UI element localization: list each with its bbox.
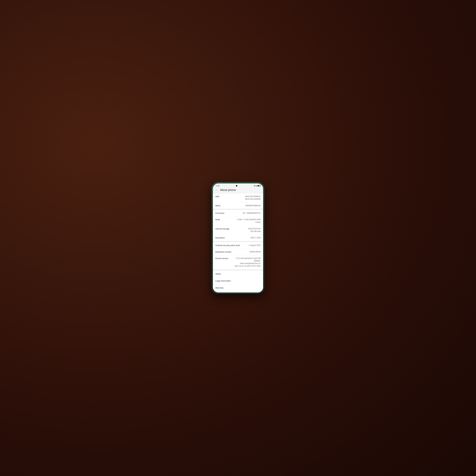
status-bar: 1:19 ✱ ▮ — [213, 184, 263, 187]
top-bar: ← About phone — [213, 187, 263, 193]
hardware-section: Processor 第一代骁龙6移动平台 RAM 8 GB + 5 GB (HO… — [213, 210, 263, 241]
nav-section: Status › Legal information › Warranty › — [213, 271, 263, 291]
kernel-value: 5.10.136-android12-9-g51708 db6f661 buil… — [235, 257, 261, 267]
baseband-row: Baseband version 00049,00049 — [213, 249, 263, 255]
content-area: IMEI 863374074508032 863374074444055 MEI… — [213, 193, 263, 292]
meid-value: A00000FA4BE544 — [245, 204, 261, 207]
back-button[interactable]: ← — [215, 188, 218, 192]
resolution-row: Resolution 2652 x 1200 — [213, 235, 263, 241]
battery-icon — [257, 185, 260, 187]
storage-row: Internal storage 228.09 GB free 256 GB t… — [213, 226, 263, 235]
phone-frame: 1:19 ✱ ▮ ← About phone IMEI 863374074508… — [212, 182, 264, 294]
security-patch-value: 1 August 2023 — [249, 244, 261, 247]
baseband-value: 00049,00049 — [250, 251, 261, 253]
status-chevron-icon: › — [260, 273, 261, 275]
processor-row: Processor 第一代骁龙6移动平台 — [213, 210, 263, 217]
meid-label: MEID — [215, 204, 221, 207]
processor-label: Processor — [215, 212, 224, 214]
imei-value: 863374074508032 863374074444055 — [245, 195, 261, 201]
resolution-label: Resolution — [215, 237, 225, 239]
imei-row: IMEI 863374074508032 863374074444055 — [213, 193, 263, 203]
ram-row: RAM 8 GB + 5 GB (HONOR RAM Turbo) — [213, 217, 263, 226]
software-section: Android security patch level 1 August 20… — [213, 242, 263, 269]
storage-value: 228.09 GB free 256 GB total — [248, 227, 261, 233]
bluetooth-icon: ✱ — [254, 185, 255, 187]
ram-label: RAM — [215, 218, 220, 221]
warranty-nav-label: Warranty — [215, 287, 223, 289]
kernel-row: Kernel version 5.10.136-android12-9-g517… — [213, 255, 263, 269]
storage-label: Internal storage — [215, 227, 229, 230]
status-icons: ✱ ▮ — [254, 185, 260, 187]
imei-label: IMEI — [215, 195, 220, 198]
security-patch-label: Android security patch level — [215, 244, 240, 247]
status-nav-label: Status — [215, 273, 221, 275]
camera-cutout — [236, 185, 237, 187]
signal-icon: ▮ — [256, 185, 256, 187]
identifiers-section: IMEI 863374074508032 863374074444055 MEI… — [213, 193, 263, 209]
battery-fill — [257, 185, 259, 186]
security-patch-row: Android security patch level 1 August 20… — [213, 242, 263, 249]
resolution-value: 2652 x 1200 — [250, 237, 261, 239]
warranty-chevron-icon: › — [260, 287, 261, 289]
phone-screen: 1:19 ✱ ▮ ← About phone IMEI 863374074508… — [213, 184, 263, 292]
status-time: 1:19 — [216, 185, 219, 187]
warranty-nav-row[interactable]: Warranty › — [213, 285, 263, 291]
legal-chevron-icon: › — [260, 280, 261, 282]
ram-value: 8 GB + 5 GB (HONOR RAM Turbo) — [234, 218, 261, 224]
page-title: About phone — [220, 188, 236, 192]
legal-nav-row[interactable]: Legal information › — [213, 277, 263, 285]
processor-value: 第一代骁龙6移动平台 — [243, 212, 261, 214]
baseband-label: Baseband version — [215, 251, 232, 253]
meid-row: MEID A00000FA4BE544 — [213, 203, 263, 209]
legal-nav-label: Legal information — [215, 280, 231, 282]
kernel-label: Kernel version — [215, 257, 228, 259]
status-nav-row[interactable]: Status › — [213, 271, 263, 277]
